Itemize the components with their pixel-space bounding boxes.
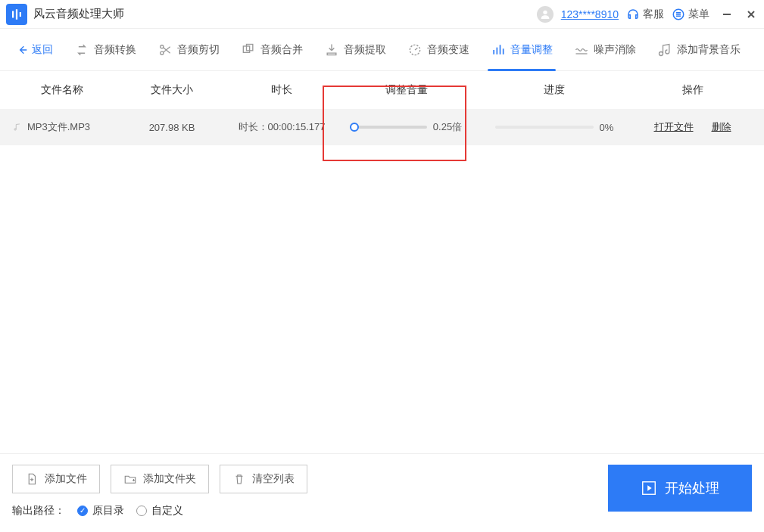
music-icon [657,42,672,58]
tab-volume-adjust[interactable]: 音量调整 [480,29,563,71]
toolbar: 返回 音频转换 音频剪切 音频合并 音频提取 音频变速 音量调整 噪声消除 添加… [0,29,764,71]
radio-custom-label: 自定义 [151,504,183,518]
bottom-bar: 添加文件 添加文件夹 清空列表 开始处理 输出路径： 原目录 自定义 [0,453,764,532]
col-header-name: 文件名称 [9,83,115,97]
cell-operations: 打开文件 删除 [630,120,755,134]
merge-icon [241,42,256,58]
cell-volume: 0.25倍 [335,120,479,134]
col-header-duration: 时长 [229,83,335,97]
music-file-icon [12,122,23,132]
support-button[interactable]: 客服 [626,8,664,21]
cell-progress: 0% [479,122,630,133]
headset-icon [626,8,640,21]
start-label: 开始处理 [665,479,719,497]
folder-plus-icon [123,472,137,486]
tab-label: 音频剪切 [177,43,220,57]
extract-icon [324,42,339,58]
noise-icon [574,42,589,58]
start-button[interactable]: 开始处理 [608,465,752,512]
open-file-link[interactable]: 打开文件 [654,120,694,134]
minimize-button[interactable] [720,8,734,21]
radio-original-label: 原目录 [92,504,124,518]
file-plus-icon [25,472,39,486]
radio-custom-dir[interactable]: 自定义 [136,504,183,518]
tab-label: 音频转换 [94,43,136,57]
tab-bgm[interactable]: 添加背景音乐 [647,29,751,71]
add-folder-label: 添加文件夹 [143,472,196,486]
svg-rect-2 [20,12,21,17]
tab-audio-extract[interactable]: 音频提取 [313,29,397,71]
svg-point-3 [543,10,547,14]
col-header-ops: 操作 [630,83,755,97]
radio-icon [77,506,88,516]
radio-icon [136,506,147,516]
tab-label: 噪声消除 [594,43,636,57]
app-title: 风云音频处理大师 [33,7,124,21]
speed-icon [407,42,423,58]
table-row: MP3文件.MP3 207.98 KB 时长：00:00:15.177 0.25… [0,109,764,145]
volume-slider[interactable] [351,126,427,129]
svg-rect-0 [12,11,14,17]
cell-filename: MP3文件.MP3 [9,120,115,134]
minimize-icon [722,9,732,20]
tab-noise-remove[interactable]: 噪声消除 [563,29,647,71]
content-area: 文件名称 文件大小 时长 调整音量 进度 操作 MP3文件.MP3 207.98… [0,71,764,453]
tab-audio-speed[interactable]: 音频变速 [397,29,480,71]
col-header-volume: 调整音量 [335,83,479,97]
arrow-left-icon [17,44,29,56]
back-button[interactable]: 返回 [6,43,64,57]
title-bar: 风云音频处理大师 123****8910 客服 菜单 [0,0,764,29]
duration-label: 时长： [239,121,268,132]
trash-icon [232,472,246,486]
tab-audio-convert[interactable]: 音频转换 [64,29,147,71]
tab-audio-cut[interactable]: 音频剪切 [147,29,230,71]
duration-value: 00:00:15.177 [268,121,326,132]
clear-list-label: 清空列表 [252,472,295,486]
tab-label: 添加背景音乐 [677,43,741,57]
menu-icon [672,8,685,21]
support-label: 客服 [643,8,664,21]
menu-button[interactable]: 菜单 [672,8,709,21]
col-header-size: 文件大小 [115,83,229,97]
app-logo [6,4,27,25]
slider-thumb[interactable] [350,123,359,132]
cell-filesize: 207.98 KB [115,122,229,133]
add-file-button[interactable]: 添加文件 [12,465,100,493]
user-icon [539,8,551,20]
close-icon [746,9,756,20]
output-label: 输出路径： [12,504,65,518]
progress-bar [495,126,594,129]
clear-list-button[interactable]: 清空列表 [220,465,307,493]
progress-value: 0% [600,122,614,133]
user-id-link[interactable]: 123****8910 [561,8,619,20]
play-icon [641,480,657,496]
tab-label: 音量调整 [510,43,553,57]
add-file-label: 添加文件 [45,472,87,486]
volume-bars-icon [491,42,506,58]
tab-label: 音频合并 [260,43,303,57]
volume-value: 0.25倍 [433,120,462,134]
svg-rect-1 [16,9,17,20]
equalizer-icon [10,8,23,21]
col-header-progress: 进度 [479,83,630,97]
close-button[interactable] [744,8,758,21]
tab-label: 音频变速 [427,43,469,57]
menu-label: 菜单 [688,8,709,21]
scissors-icon [157,42,173,58]
tab-audio-merge[interactable]: 音频合并 [230,29,313,71]
delete-link[interactable]: 删除 [712,120,731,134]
avatar[interactable] [537,6,554,23]
back-label: 返回 [32,43,53,57]
cell-duration: 时长：00:00:15.177 [229,120,335,134]
tab-label: 音频提取 [344,43,386,57]
filename-text: MP3文件.MP3 [27,120,90,134]
add-folder-button[interactable]: 添加文件夹 [111,465,209,493]
radio-original-dir[interactable]: 原目录 [77,504,124,518]
table-header: 文件名称 文件大小 时长 调整音量 进度 操作 [0,71,764,109]
convert-icon [74,42,89,58]
